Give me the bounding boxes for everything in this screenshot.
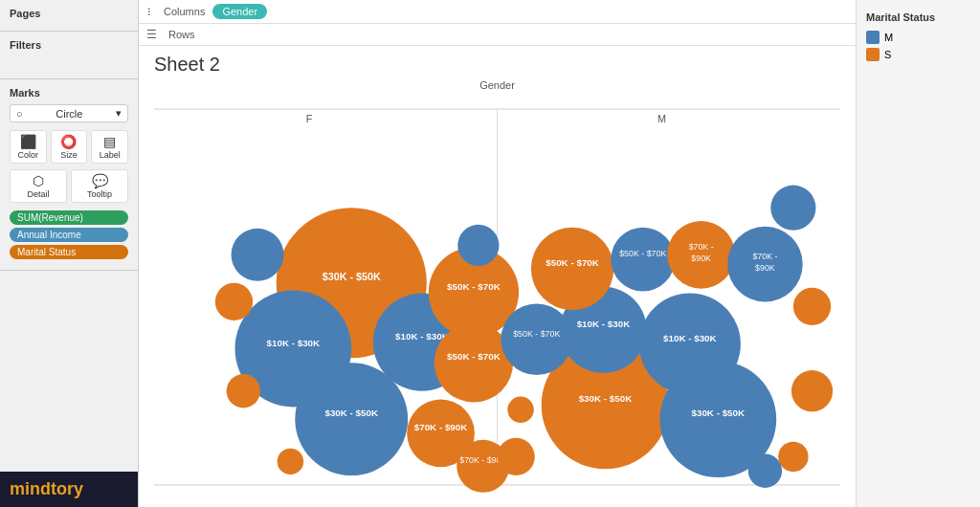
tooltip-icon: 💬: [92, 173, 108, 188]
f-circle-9: [232, 229, 284, 281]
svg-text:$10K - $30K: $10K - $30K: [577, 319, 631, 329]
sum-revenue-pill[interactable]: SUM(Revenue): [10, 210, 128, 225]
label-icon: ▤: [103, 134, 116, 149]
marks-row2: ⬡ Detail 💬 Tooltip: [10, 169, 128, 203]
svg-text:$70K -: $70K -: [689, 242, 714, 252]
marks-section: Marks ○ Circle ▾ ⬛ Color ⭕ Size ▤ Label …: [0, 79, 138, 271]
dropdown-circle-icon: ○: [16, 108, 23, 120]
marks-title: Marks: [10, 87, 128, 99]
svg-text:$50K - $70K: $50K - $70K: [447, 351, 501, 362]
marital-status-pill[interactable]: Marital Status: [10, 245, 128, 259]
m-label: M: [657, 113, 666, 124]
f-circle-10: [215, 283, 253, 320]
logo: mindtory: [10, 479, 83, 499]
m-circle-6: [501, 303, 572, 375]
chart-svg: F M $30K - $50K $10K - $30K $10K - $30K …: [154, 91, 840, 503]
legend-m-label: M: [884, 32, 893, 43]
annual-income-pill[interactable]: Annual Income: [10, 228, 128, 242]
dropdown-chevron-icon: ▾: [116, 107, 122, 120]
detail-icon: ⬡: [33, 173, 44, 188]
legend-s-label: S: [884, 49, 891, 60]
rows-label: Rows: [168, 29, 195, 40]
columns-label: Columns: [164, 6, 205, 17]
chart-area: Gender F M $30K - $50K $10K - $30K: [139, 76, 856, 507]
filters-section: Filters: [0, 32, 138, 79]
svg-text:$10K - $30K: $10K - $30K: [395, 331, 449, 342]
svg-text:$30K - $50K: $30K - $50K: [323, 271, 381, 282]
marital-status-label: Marital Status: [17, 247, 76, 257]
svg-text:$70K -: $70K -: [752, 252, 777, 261]
pages-title: Pages: [10, 8, 128, 19]
detail-label: Detail: [27, 189, 49, 199]
legend-blue-box: [866, 31, 880, 44]
svg-text:$50K - $70K: $50K - $70K: [447, 281, 501, 292]
color-label: Color: [18, 150, 39, 160]
pages-section: Pages: [0, 0, 138, 32]
m-circle-7: [611, 228, 675, 292]
color-button[interactable]: ⬛ Color: [10, 130, 47, 164]
logo-section: mindtory: [0, 472, 138, 507]
tooltip-button[interactable]: 💬 Tooltip: [71, 169, 128, 203]
svg-text:$30K - $50K: $30K - $50K: [579, 394, 633, 405]
legend-orange-box: [866, 48, 880, 61]
left-panel: Pages Filters Marks ○ Circle ▾ ⬛ Color ⭕…: [0, 0, 139, 507]
size-button[interactable]: ⭕ Size: [51, 130, 88, 164]
m-circle-3: [639, 294, 741, 395]
columns-icon: ⫶: [146, 5, 152, 18]
m-circle-15: [507, 397, 534, 424]
m-circle-13: [778, 442, 808, 472]
annual-income-label: Annual Income: [17, 230, 81, 240]
svg-text:$70K - $90K: $70K - $90K: [414, 422, 468, 432]
legend-title: Marital Status: [866, 11, 970, 23]
detail-button[interactable]: ⬡ Detail: [10, 169, 67, 203]
svg-text:$10K - $30K: $10K - $30K: [267, 338, 321, 348]
svg-text:$10K - $30K: $10K - $30K: [663, 333, 717, 343]
legend-item-m: M: [866, 31, 970, 44]
rows-icon: ☰: [146, 28, 157, 41]
label-label: Label: [100, 150, 121, 160]
m-circle-11: [793, 288, 831, 325]
svg-text:$50K - $70K: $50K - $70K: [546, 257, 599, 268]
m-circle-14: [748, 454, 782, 488]
rows-toolbar: ☰ Rows: [139, 24, 856, 46]
dropdown-label: Circle: [56, 108, 82, 120]
gender-pill[interactable]: Gender: [212, 4, 267, 19]
f-circle-13: [457, 225, 499, 266]
sum-revenue-label: SUM(Revenue): [17, 212, 83, 223]
m-circle-16: [498, 438, 535, 475]
m-circle-5: [531, 228, 613, 310]
svg-text:$50K - $70K: $50K - $70K: [619, 249, 666, 258]
svg-text:$90K: $90K: [755, 263, 775, 273]
f-label: F: [306, 113, 313, 124]
marks-type-dropdown[interactable]: ○ Circle ▾: [10, 104, 128, 122]
svg-text:$30K - $50K: $30K - $50K: [324, 408, 378, 418]
size-icon: ⭕: [60, 134, 77, 149]
sheet-title: Sheet 2: [139, 46, 856, 76]
m-circle-10: [770, 186, 815, 231]
columns-toolbar: ⫶ Columns Gender: [139, 0, 856, 24]
f-circle-6: [295, 363, 408, 475]
filters-title: Filters: [10, 39, 128, 51]
size-label: Size: [60, 150, 78, 160]
tooltip-label: Tooltip: [87, 189, 112, 199]
f-circle-12: [278, 449, 304, 475]
logo-orange-text: tory: [51, 479, 83, 498]
svg-text:$50K - $70K: $50K - $70K: [513, 329, 560, 339]
color-icon: ⬛: [20, 134, 36, 149]
svg-text:$90K: $90K: [691, 254, 711, 263]
main-area: ⫶ Columns Gender ☰ Rows Sheet 2 Gender F…: [139, 0, 856, 507]
logo-white-text: mind: [10, 479, 51, 498]
bubble-chart: F M $30K - $50K $10K - $30K $10K - $30K …: [154, 91, 840, 503]
legend-panel: Marital Status M S: [856, 0, 980, 507]
marks-buttons-grid: ⬛ Color ⭕ Size ▤ Label: [10, 130, 128, 164]
legend-item-s: S: [866, 48, 970, 61]
gender-axis-label: Gender: [154, 76, 840, 91]
m-circle-12: [791, 370, 833, 411]
f-circle-11: [227, 374, 260, 408]
svg-text:$30K - $50K: $30K - $50K: [691, 408, 745, 418]
label-button[interactable]: ▤ Label: [91, 130, 128, 164]
